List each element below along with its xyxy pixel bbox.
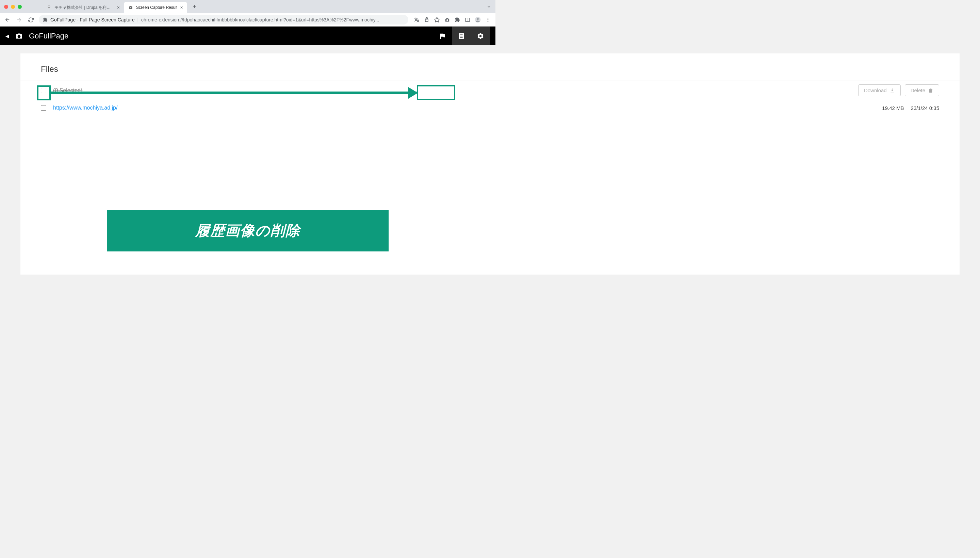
back-button[interactable] xyxy=(3,15,12,25)
extensions-icon[interactable] xyxy=(453,15,462,25)
app-header: ◀ GoFullPage xyxy=(0,26,496,46)
flag-button[interactable] xyxy=(433,26,452,46)
svg-point-0 xyxy=(48,6,50,8)
svg-point-9 xyxy=(488,21,489,22)
svg-point-2 xyxy=(446,19,448,21)
tab-screen-capture[interactable]: Screen Capture Result × xyxy=(124,2,187,13)
annotation-arrow-head xyxy=(408,87,418,98)
new-tab-button[interactable]: + xyxy=(190,2,199,11)
svg-rect-3 xyxy=(466,18,469,22)
share-icon[interactable] xyxy=(422,15,432,25)
svg-point-7 xyxy=(488,18,489,19)
tab-strip: モチヤ株式会社 | Drupalを利用し × Screen Capture Re… xyxy=(0,0,496,13)
svg-point-6 xyxy=(477,18,479,20)
tab-favicon-camera-icon xyxy=(128,5,133,10)
annotation-highlight-delete xyxy=(417,85,455,100)
toolbar-right xyxy=(412,15,493,25)
window-controls xyxy=(4,5,22,9)
address-bar[interactable]: GoFullPage - Full Page Screen Capture | … xyxy=(39,15,408,25)
browser-chrome: モチヤ株式会社 | Drupalを利用し × Screen Capture Re… xyxy=(0,0,496,26)
reload-button[interactable] xyxy=(26,15,35,25)
annotation-banner: 履歴画像の削除 xyxy=(107,210,389,251)
app-title: GoFullPage xyxy=(29,32,68,41)
camera-icon xyxy=(15,32,23,41)
tab-title: Screen Capture Result xyxy=(136,5,177,10)
tab-title: モチヤ株式会社 | Drupalを利用し xyxy=(54,5,114,11)
profile-icon[interactable] xyxy=(473,15,483,25)
forward-button[interactable] xyxy=(14,15,24,25)
tab-favicon-icon xyxy=(46,5,52,10)
url-title: GoFullPage - Full Page Screen Capture xyxy=(50,17,135,23)
capture-extension-icon[interactable] xyxy=(442,15,452,25)
translate-icon[interactable] xyxy=(412,15,421,25)
settings-button[interactable] xyxy=(471,26,490,46)
bookmark-icon[interactable] xyxy=(432,15,442,25)
files-heading: Files xyxy=(20,53,496,80)
maximize-window-button[interactable] xyxy=(18,5,22,9)
menu-icon[interactable] xyxy=(483,15,493,25)
close-tab-icon[interactable]: × xyxy=(180,5,183,10)
svg-point-8 xyxy=(488,20,489,20)
svg-point-10 xyxy=(18,35,21,38)
close-tab-icon[interactable]: × xyxy=(117,5,120,10)
close-window-button[interactable] xyxy=(4,5,8,9)
annotation-arrow-line xyxy=(51,92,417,94)
annotation-highlight-checkbox xyxy=(37,85,51,100)
file-row: https://www.mochiya.ad.jp/ 19.42 MB 23/1… xyxy=(20,100,496,116)
file-url-link[interactable]: https://www.mochiya.ad.jp/ xyxy=(53,105,117,111)
files-list-button[interactable] xyxy=(452,26,471,46)
minimize-window-button[interactable] xyxy=(11,5,15,9)
back-arrow-icon[interactable]: ◀ xyxy=(5,33,9,39)
extension-icon xyxy=(43,17,48,22)
browser-toolbar: GoFullPage - Full Page Screen Capture | … xyxy=(0,13,496,26)
url-path: chrome-extension://fdpohaocaechififmbbbb… xyxy=(141,17,404,23)
svg-point-1 xyxy=(130,7,131,8)
tabs-overflow-icon[interactable] xyxy=(487,5,491,9)
sidepanel-icon[interactable] xyxy=(463,15,472,25)
tab-mochiya[interactable]: モチヤ株式会社 | Drupalを利用し × xyxy=(42,2,124,13)
annotation-banner-text: 履歴画像の削除 xyxy=(195,221,300,240)
file-checkbox[interactable] xyxy=(41,105,46,111)
